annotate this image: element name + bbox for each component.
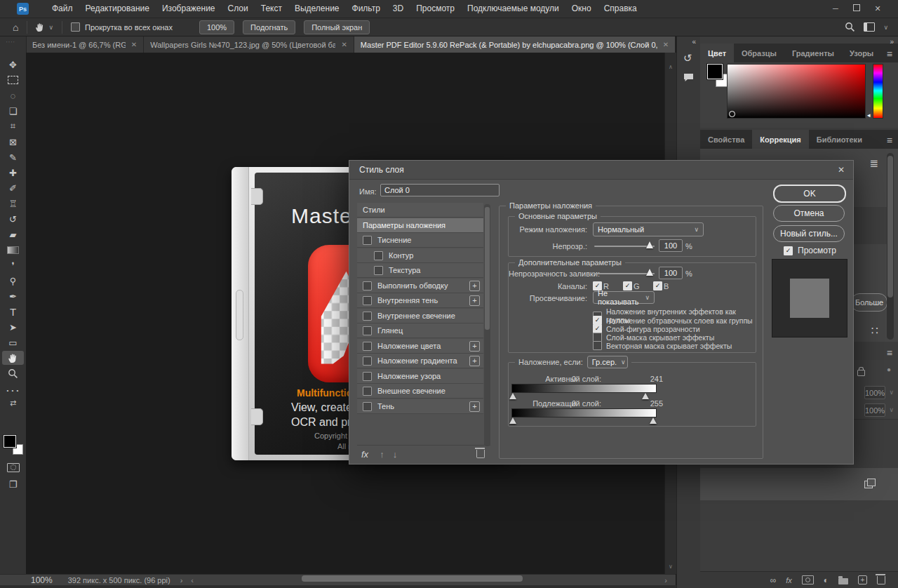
- zoom-level[interactable]: 100%: [31, 575, 53, 585]
- scroll-down-icon[interactable]: ∨: [665, 563, 676, 570]
- style-item-contour[interactable]: ✓ Контур: [357, 248, 483, 263]
- add-effect-button[interactable]: +: [469, 356, 480, 366]
- dialog-title-bar[interactable]: Стиль слоя ✕: [349, 161, 853, 180]
- scroll-up-icon[interactable]: ∧: [665, 64, 676, 70]
- add-effect-button[interactable]: +: [469, 341, 480, 352]
- type-tool[interactable]: T: [2, 305, 24, 319]
- style-item-gradient-overlay[interactable]: ✓ Наложение градиента +: [357, 354, 483, 368]
- styles-list-scrollbar-thumb[interactable]: [485, 207, 490, 330]
- style-checkbox[interactable]: ✓: [363, 387, 372, 396]
- style-item-inner-glow[interactable]: ✓ Внутреннее свечение: [357, 309, 483, 323]
- style-item-color-overlay[interactable]: ✓ Наложение цвета +: [357, 339, 483, 354]
- style-checkbox[interactable]: ✓: [363, 312, 372, 321]
- rectangle-tool[interactable]: ▭: [2, 335, 24, 349]
- menu-layers[interactable]: Слои: [222, 0, 255, 18]
- comments-panel-icon[interactable]: [683, 73, 694, 82]
- grid-view-icon[interactable]: ∷: [871, 324, 878, 338]
- workspace-switcher-icon[interactable]: [864, 22, 875, 32]
- status-popup-arrow-icon[interactable]: ›: [180, 576, 183, 584]
- menu-type[interactable]: Текст: [255, 0, 288, 18]
- style-checkbox[interactable]: ✓: [363, 296, 372, 305]
- opacity-slider-thumb[interactable]: [646, 241, 653, 248]
- new-group-folder-icon[interactable]: [838, 578, 848, 584]
- toolbar-grip[interactable]: '''': [6, 41, 15, 46]
- tab-libraries[interactable]: Библиотеки: [809, 130, 870, 149]
- adjustments-scrollbar-thumb[interactable]: [887, 156, 893, 298]
- opacity-value[interactable]: 100: [659, 239, 683, 252]
- new-style-button[interactable]: Новый стиль...: [773, 225, 845, 242]
- dodge-tool[interactable]: ⚲: [2, 274, 24, 288]
- style-item-texture[interactable]: ✓ Текстура: [357, 263, 483, 278]
- style-checkbox[interactable]: ✓: [374, 266, 383, 275]
- vector-mask-hides-checkbox[interactable]: ✓: [593, 341, 602, 350]
- collapse-panels-icon[interactable]: «: [692, 38, 696, 46]
- this-layer-gradient-bar[interactable]: [511, 384, 657, 393]
- delete-layer-trash-icon[interactable]: [877, 576, 885, 584]
- hue-marker-icon[interactable]: ◂: [867, 112, 871, 119]
- style-checkbox[interactable]: ✓: [363, 281, 372, 290]
- frame-tool[interactable]: ⊠: [2, 135, 24, 149]
- dialog-close-icon[interactable]: ✕: [838, 165, 845, 175]
- tab-color[interactable]: Цвет: [700, 44, 734, 62]
- this-layer-black-marker[interactable]: [509, 393, 516, 399]
- ok-button[interactable]: OK: [773, 185, 846, 203]
- tab-swatches[interactable]: Образцы: [734, 44, 784, 62]
- style-checkbox[interactable]: ✓: [363, 372, 372, 381]
- color-field-marker[interactable]: [729, 111, 735, 117]
- menu-plugins[interactable]: Подключаемые модули: [461, 0, 565, 18]
- hand-tool-selected[interactable]: [2, 351, 24, 365]
- style-item-stroke[interactable]: ✓ Выполнить обводку +: [357, 279, 483, 293]
- move-effect-down-icon[interactable]: ↓: [393, 449, 398, 460]
- style-checkbox[interactable]: ✓: [374, 251, 383, 260]
- search-icon[interactable]: [845, 22, 855, 32]
- underlying-black-marker[interactable]: [509, 417, 516, 424]
- crop-tool[interactable]: ⌗: [2, 119, 24, 133]
- cancel-button[interactable]: Отмена: [773, 205, 845, 222]
- move-effect-up-icon[interactable]: ↑: [380, 449, 384, 460]
- this-layer-white-marker[interactable]: [642, 393, 649, 399]
- style-checkbox[interactable]: ✓: [363, 356, 372, 366]
- fill-chevron-icon[interactable]: ∨: [889, 406, 894, 413]
- home-icon[interactable]: ⌂: [13, 22, 18, 33]
- close-tab-icon[interactable]: ✕: [131, 41, 137, 48]
- menu-3d[interactable]: 3D: [387, 0, 410, 18]
- style-item-outer-glow[interactable]: ✓ Внешнее свечение: [357, 384, 483, 399]
- document-tab-2[interactable]: Wallpapers Girls №470_123.jpg @ 50% (Цве…: [144, 36, 354, 53]
- swap-colors-icon[interactable]: ⇄: [2, 396, 24, 410]
- underlying-gradient-bar[interactable]: [511, 408, 657, 417]
- clone-stamp-tool[interactable]: ♖: [2, 196, 24, 211]
- pen-tool[interactable]: ✒: [2, 289, 24, 303]
- fill-opacity-value[interactable]: 100: [659, 267, 683, 279]
- styles-list-header[interactable]: Стили: [357, 203, 483, 218]
- style-checkbox[interactable]: ✓: [363, 326, 372, 335]
- zoom-100-button[interactable]: 100%: [199, 20, 234, 34]
- menu-file[interactable]: Файл: [46, 0, 79, 18]
- close-tab-icon[interactable]: ✕: [663, 41, 669, 48]
- style-item-satin[interactable]: ✓ Глянец: [357, 323, 483, 338]
- history-panel-icon[interactable]: ↺: [683, 52, 692, 65]
- add-mask-icon[interactable]: [802, 575, 814, 584]
- add-effect-button[interactable]: +: [469, 295, 480, 306]
- layers-opacity-value[interactable]: 100%: [864, 386, 885, 399]
- object-selection-tool[interactable]: ❏: [2, 104, 24, 118]
- layers-panel-menu-icon[interactable]: ≡: [887, 347, 892, 359]
- style-checkbox[interactable]: ✓: [363, 236, 372, 245]
- style-checkbox[interactable]: ✓: [363, 342, 372, 351]
- menu-filter[interactable]: Фильтр: [346, 0, 387, 18]
- marquee-tool[interactable]: [2, 73, 24, 87]
- selected-layer-row[interactable]: [700, 468, 898, 500]
- hscroll-left-arrow-icon[interactable]: ‹: [191, 576, 194, 584]
- gradient-tool[interactable]: [2, 243, 24, 257]
- preview-checkbox[interactable]: ✓: [784, 246, 793, 255]
- channel-b-checkbox[interactable]: ✓: [653, 281, 662, 290]
- lasso-tool[interactable]: ◌: [2, 88, 24, 102]
- quick-mask-button[interactable]: [2, 460, 24, 474]
- add-effect-button[interactable]: +: [469, 401, 480, 412]
- style-item-inner-shadow[interactable]: ✓ Внутренняя тень +: [357, 293, 483, 308]
- tab-gradients[interactable]: Градиенты: [784, 44, 842, 62]
- history-brush-tool[interactable]: ↺: [2, 212, 24, 226]
- add-effect-button[interactable]: +: [469, 281, 480, 291]
- minimize-button[interactable]: ─: [825, 0, 846, 18]
- path-selection-tool[interactable]: ➤: [2, 320, 24, 334]
- brush-tool[interactable]: ✐: [2, 181, 24, 195]
